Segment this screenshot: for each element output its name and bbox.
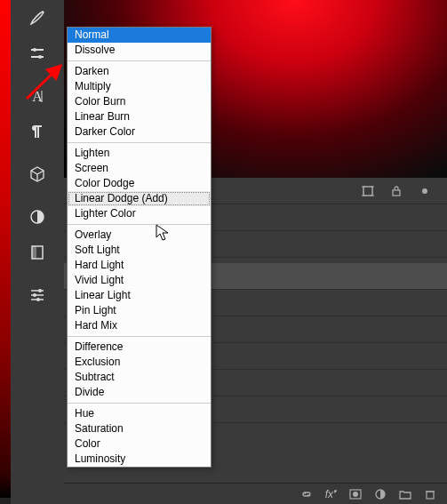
blend-mode-option[interactable]: Linear Burn [68,109,211,124]
blend-mode-option[interactable]: Screen [68,161,211,176]
folder-icon[interactable] [399,488,411,500]
blend-mode-option[interactable]: Hard Mix [68,318,211,333]
blend-mode-option[interactable]: Darken [68,64,211,79]
blend-mode-option[interactable]: Saturation [68,421,211,436]
blend-mode-option[interactable]: Overlay [68,228,211,243]
adjustment-icon[interactable] [374,488,387,500]
blend-mode-option[interactable]: Difference [68,340,211,355]
trash-icon[interactable] [424,488,436,500]
adjust-circle-icon[interactable] [25,204,50,229]
svg-point-3 [38,55,42,59]
link-icon[interactable] [300,488,313,500]
svg-text:A: A [32,89,43,104]
blend-mode-option[interactable]: Color [68,436,211,452]
ruler-cap [0,498,11,504]
svg-point-21 [422,188,427,194]
svg-point-14 [36,298,40,301]
sliders-icon[interactable] [25,41,50,66]
blend-mode-option[interactable]: Color Burn [68,94,211,109]
blend-mode-option[interactable]: Subtract [68,370,211,385]
blend-mode-option[interactable]: Exclusion [68,355,211,370]
blend-mode-option[interactable]: Soft Light [68,243,211,258]
svg-rect-15 [363,187,372,196]
blend-mode-option[interactable]: Pin Light [68,303,211,318]
svg-rect-20 [393,190,400,196]
layers-bottom-bar: fx▾ [64,483,447,504]
lock-icon[interactable] [388,183,404,199]
blend-mode-dropdown[interactable]: NormalDissolveDarkenMultiplyColor BurnLi… [67,27,212,468]
mask-icon[interactable] [349,488,362,500]
fx-icon[interactable]: fx▾ [325,488,337,500]
blend-mode-option[interactable]: Dissolve [68,43,211,58]
cube-icon[interactable] [25,162,50,187]
toolbar: A [11,0,64,504]
ruler-or-edge-strip [0,0,11,498]
page-icon[interactable] [25,240,50,265]
svg-point-10 [38,289,42,292]
svg-point-23 [353,492,358,497]
blend-mode-option[interactable]: Normal [68,28,211,43]
svg-point-1 [33,48,36,52]
blend-mode-option[interactable]: Linear Dodge (Add) [68,191,211,206]
dot-icon [417,183,433,199]
blend-mode-option[interactable]: Darker Color [68,124,211,140]
settings-sliders-icon[interactable] [25,283,50,308]
blend-mode-option[interactable]: Hue [68,406,211,421]
text-a-icon[interactable]: A [25,84,50,108]
blend-mode-option[interactable]: Lighter Color [68,206,211,221]
blend-mode-option[interactable]: Color Dodge [68,176,211,191]
blend-mode-option[interactable]: Lighten [68,146,211,161]
svg-rect-25 [427,492,434,499]
svg-point-12 [33,293,36,297]
blend-mode-option[interactable]: Luminosity [68,452,211,467]
blend-mode-option[interactable]: Divide [68,385,211,400]
blend-mode-option[interactable]: Linear Light [68,288,211,303]
blend-mode-option[interactable]: Hard Light [68,258,211,273]
artboard-icon[interactable] [360,183,376,199]
svg-rect-8 [32,246,36,259]
blend-mode-option[interactable]: Multiply [68,79,211,94]
paragraph-icon[interactable] [25,119,50,144]
brush-tool-icon[interactable] [25,5,50,30]
blend-mode-option[interactable]: Vivid Light [68,273,211,288]
